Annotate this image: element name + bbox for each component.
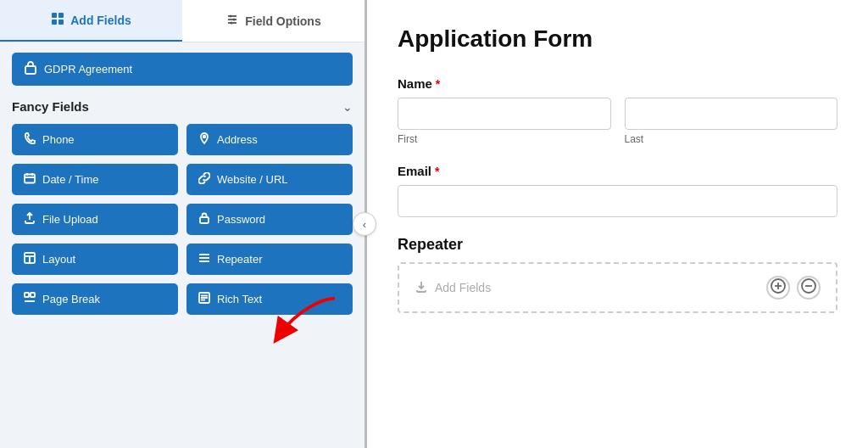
chevron-down-icon[interactable]: ⌄ xyxy=(342,100,353,114)
collapse-panel-button[interactable]: ‹ xyxy=(353,212,376,236)
repeater-section-title: Repeater xyxy=(398,236,837,254)
fancy-fields-header: Fancy Fields ⌄ xyxy=(12,99,353,114)
svg-rect-12 xyxy=(25,175,35,183)
calendar-icon xyxy=(24,172,36,187)
pagebreak-icon xyxy=(24,292,36,306)
first-name-wrap: First xyxy=(398,98,611,145)
fields-grid: Phone Address xyxy=(12,124,353,315)
first-name-sublabel: First xyxy=(398,133,611,145)
richtext-icon xyxy=(198,292,210,306)
last-name-sublabel: Last xyxy=(625,133,838,145)
repeater-label: Repeater xyxy=(217,253,262,266)
svg-rect-1 xyxy=(58,13,64,18)
repeater-section: Repeater Add Fields xyxy=(398,236,837,313)
left-panel: Add Fields Field Options xyxy=(0,0,364,448)
tabs-bar: Add Fields Field Options xyxy=(0,0,364,42)
name-required-star: * xyxy=(436,77,440,91)
svg-rect-16 xyxy=(200,217,209,223)
page-break-label: Page Break xyxy=(42,293,100,305)
website-label: Website / URL xyxy=(217,173,288,186)
upload-icon xyxy=(24,212,36,227)
svg-rect-24 xyxy=(31,293,35,297)
repeater-add-fields-button[interactable]: Add Fields xyxy=(415,280,491,296)
gdpr-row: GDPR Agreement xyxy=(12,53,353,86)
password-button[interactable]: Password xyxy=(186,204,353,235)
gdpr-label: GDPR Agreement xyxy=(44,63,132,76)
page-break-button[interactable]: Page Break xyxy=(12,283,178,315)
name-fields-row: First Last xyxy=(398,98,837,145)
email-input[interactable] xyxy=(398,185,837,217)
lock-icon xyxy=(198,212,210,227)
first-name-input[interactable] xyxy=(398,98,611,130)
panel-content: GDPR Agreement Fancy Fields ⌄ Phone xyxy=(0,42,364,448)
tab-field-options-label: Field Options xyxy=(245,14,320,28)
gdpr-button[interactable]: GDPR Agreement xyxy=(12,53,353,86)
tab-add-fields[interactable]: Add Fields xyxy=(0,0,182,42)
add-fields-label: Add Fields xyxy=(435,281,491,294)
file-upload-button[interactable]: File Upload xyxy=(12,204,178,235)
repeater-remove-button[interactable] xyxy=(797,276,821,300)
address-button[interactable]: Address xyxy=(186,124,353,155)
gdpr-icon xyxy=(24,61,37,77)
datetime-button[interactable]: Date / Time xyxy=(12,164,178,195)
svg-point-8 xyxy=(233,19,236,21)
svg-point-7 xyxy=(230,15,232,18)
email-required-star: * xyxy=(435,165,439,178)
file-upload-label: File Upload xyxy=(42,213,98,226)
last-name-input[interactable] xyxy=(625,98,838,130)
grid-icon xyxy=(51,12,64,28)
address-label: Address xyxy=(217,133,258,146)
download-icon xyxy=(415,280,428,296)
fancy-fields-title: Fancy Fields xyxy=(12,99,89,114)
svg-rect-3 xyxy=(58,20,64,25)
link-icon xyxy=(198,172,210,187)
last-name-wrap: Last xyxy=(625,98,838,145)
tab-field-options[interactable]: Field Options xyxy=(182,0,364,42)
collapse-icon: ‹ xyxy=(363,218,366,231)
repeater-button[interactable]: Repeater xyxy=(186,244,353,275)
rich-text-label: Rich Text xyxy=(217,293,262,305)
svg-rect-2 xyxy=(52,20,57,25)
phone-label: Phone xyxy=(42,133,75,146)
plus-circle-icon xyxy=(771,278,786,297)
svg-rect-10 xyxy=(25,66,36,74)
minus-circle-icon xyxy=(801,278,816,297)
svg-rect-23 xyxy=(25,293,29,297)
repeater-icon xyxy=(198,252,210,266)
repeater-add-button[interactable] xyxy=(766,276,790,300)
website-button[interactable]: Website / URL xyxy=(186,164,353,195)
repeater-controls xyxy=(766,276,821,300)
svg-point-11 xyxy=(203,136,206,138)
password-label: Password xyxy=(217,213,265,226)
phone-icon xyxy=(24,132,36,147)
rich-text-button[interactable]: Rich Text xyxy=(186,283,353,315)
right-panel: Application Form Name * First Last Email… xyxy=(364,0,868,448)
layout-button[interactable]: Layout xyxy=(12,244,178,275)
email-label: Email * xyxy=(398,164,837,178)
layout-label: Layout xyxy=(42,253,75,266)
name-field-group: Name * First Last xyxy=(398,76,837,145)
name-label: Name * xyxy=(398,76,837,91)
location-icon xyxy=(198,132,210,147)
svg-point-9 xyxy=(231,22,233,25)
repeater-add-row: Add Fields xyxy=(398,262,837,313)
datetime-label: Date / Time xyxy=(42,173,98,186)
form-title: Application Form xyxy=(398,25,837,53)
email-field-group: Email * xyxy=(398,164,837,217)
layout-icon xyxy=(24,252,36,266)
phone-button[interactable]: Phone xyxy=(12,124,178,155)
tab-add-fields-label: Add Fields xyxy=(70,14,131,27)
sliders-icon xyxy=(225,13,239,29)
svg-rect-0 xyxy=(52,13,57,18)
